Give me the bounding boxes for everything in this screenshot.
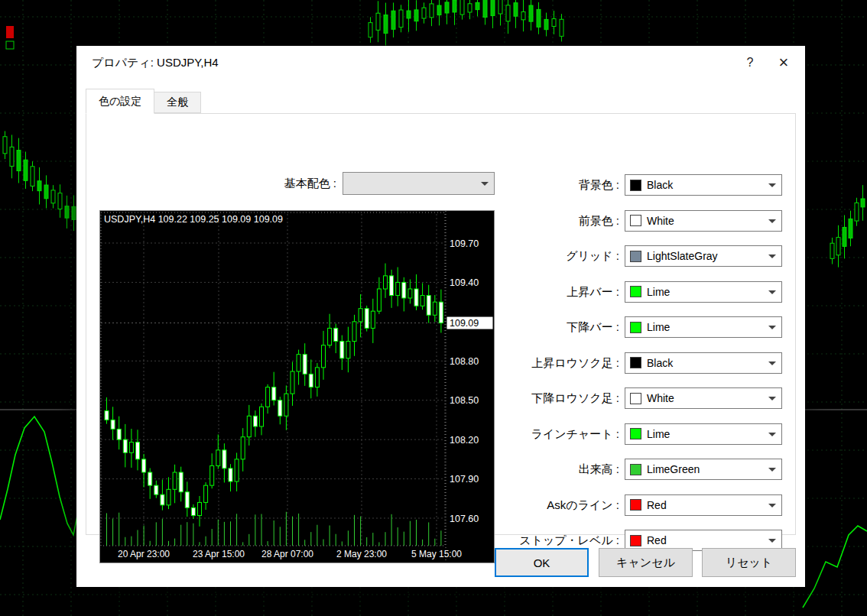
chevron-down-icon (768, 183, 776, 187)
price-label: 108.50 (450, 395, 479, 406)
chevron-down-icon (768, 504, 776, 507)
chevron-down-icon (768, 219, 776, 223)
candle-bear-swatch (630, 393, 641, 404)
candle-bear-value: White (647, 392, 674, 404)
foreground-swatch (630, 215, 641, 226)
bar-down-value: Lime (647, 321, 670, 333)
properties-dialog: プロパティ: USDJPY,H4 ? × 色の設定全般 基本配色 : 109.7… (76, 46, 805, 587)
grid-label: グリッド : (566, 249, 619, 264)
bar-up-swatch (630, 286, 641, 297)
stop-levels-label: ストップ・レベル : (519, 533, 619, 548)
tab-general[interactable]: 全般 (154, 92, 201, 113)
bar-up-label: 上昇バー : (567, 285, 619, 300)
price-label: 108.20 (450, 435, 479, 446)
candle-bear-label: 下降ロウソク足 : (531, 391, 619, 406)
background-swatch (630, 180, 641, 191)
chart-preview: 109.70109.40109.09108.80108.50108.20107.… (99, 210, 495, 563)
chevron-down-icon (768, 397, 776, 400)
scheme-label: 基本配色 : (86, 177, 336, 191)
reset-button[interactable]: リセット (702, 548, 796, 577)
bar-up-value: Lime (647, 286, 670, 298)
preview-title: USDJPY,H4 109.22 109.25 109.09 109.09 (104, 214, 283, 225)
volumes-label: 出来高 : (579, 462, 619, 477)
bar-up-select[interactable]: Lime (625, 281, 782, 303)
help-button[interactable]: ? (733, 46, 767, 79)
volumes-value: LimeGreen (647, 463, 700, 475)
ask-line-swatch (630, 499, 641, 511)
chevron-down-icon (768, 290, 776, 294)
tab-color-settings[interactable]: 色の設定 (86, 89, 154, 114)
volumes-select[interactable]: LimeGreen (625, 459, 782, 480)
price-label: 109.70 (450, 238, 479, 249)
chevron-down-icon (768, 468, 776, 472)
stop-levels-swatch (630, 535, 641, 546)
ask-line-select[interactable]: Red (625, 494, 782, 516)
foreground-label: 前景色 : (579, 214, 619, 229)
chevron-down-icon (768, 539, 776, 543)
chevron-down-icon (768, 326, 776, 329)
chevron-down-icon (768, 433, 776, 436)
chevron-down-icon (768, 255, 776, 258)
candle-bull-swatch (630, 357, 641, 368)
price-label: 107.60 (450, 514, 479, 524)
foreground-value: White (647, 215, 674, 227)
ask-line-label: Askのライン : (547, 498, 619, 513)
ok-button[interactable]: OK (495, 548, 589, 577)
price-label: 108.80 (450, 356, 479, 367)
dialog-title: プロパティ: USDJPY,H4 (92, 56, 219, 70)
bar-down-swatch (630, 322, 641, 333)
grid-swatch (630, 251, 641, 262)
stop-levels-value: Red (647, 534, 667, 546)
price-label: 107.90 (450, 474, 479, 485)
time-label: 20 Apr 23:00 (118, 549, 170, 559)
scheme-select[interactable] (343, 172, 495, 195)
time-label: 28 Apr 07:00 (261, 549, 313, 559)
candle-bear-select[interactable]: White (625, 387, 782, 409)
candle-bull-value: Black (647, 357, 673, 369)
dialog-titlebar: プロパティ: USDJPY,H4 ? × (76, 46, 805, 79)
chevron-down-icon (768, 361, 776, 365)
time-label: 5 May 15:00 (411, 549, 462, 559)
chart-preview-canvas: 109.70109.40109.09108.80108.50108.20107.… (100, 211, 494, 563)
chevron-down-icon (481, 182, 489, 186)
grid-value: LightSlateGray (647, 250, 718, 262)
foreground-select[interactable]: White (625, 210, 782, 232)
cancel-button[interactable]: キャンセル (599, 548, 693, 577)
tab-strip: 色の設定全般 (86, 89, 200, 113)
background-label: 背景色 : (579, 178, 619, 193)
bar-down-label: 下降バー : (567, 320, 619, 335)
time-label: 2 May 23:00 (336, 549, 387, 559)
grid-select[interactable]: LightSlateGray (625, 245, 782, 267)
line-chart-swatch (630, 428, 641, 439)
screen: プロパティ: USDJPY,H4 ? × 色の設定全般 基本配色 : 109.7… (0, 0, 867, 616)
background-value: Black (647, 179, 673, 191)
volumes-swatch (630, 464, 641, 475)
price-label: 109.09 (450, 318, 479, 329)
time-label: 23 Apr 15:00 (193, 549, 245, 559)
close-icon: × (779, 53, 789, 73)
help-icon: ? (747, 56, 754, 70)
price-label: 109.40 (450, 277, 479, 288)
candle-bull-label: 上昇ロウソク足 : (531, 356, 619, 371)
close-button[interactable]: × (767, 46, 800, 79)
line-chart-value: Lime (647, 428, 670, 440)
candle-bull-select[interactable]: Black (625, 352, 782, 374)
ask-line-value: Red (647, 499, 667, 511)
bar-down-select[interactable]: Lime (625, 316, 782, 338)
line-chart-select[interactable]: Lime (625, 423, 782, 445)
tab-content-pane: 基本配色 : 109.70109.40109.09108.80108.50108… (86, 113, 796, 535)
background-select[interactable]: Black (625, 174, 782, 196)
line-chart-label: ラインチャート : (531, 427, 619, 442)
titlebar-buttons: ? × (733, 46, 800, 79)
